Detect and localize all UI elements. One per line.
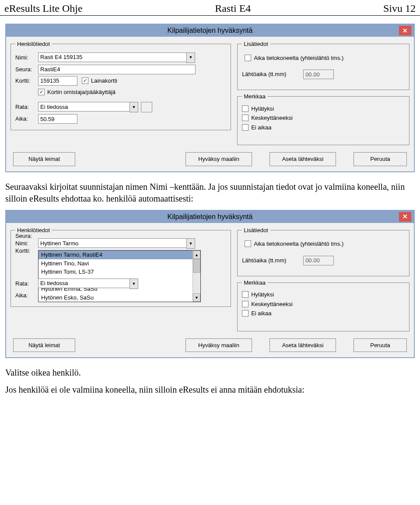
label-rata: Rata: [15, 280, 38, 288]
lahtoaika-input [303, 70, 334, 79]
paragraph-1: Seuraavaksi kirjoitat suunnistajan nimen… [5, 181, 415, 205]
checkbox-icon [242, 115, 248, 121]
button-bar: Näytä leimat Hyväksy maaliin Aseta lähte… [10, 334, 410, 353]
label-kortti: Kortti: [15, 247, 30, 255]
nimi-input[interactable] [38, 238, 186, 248]
aika-tk-checkbox[interactable]: Aika tietokoneelta (yhteislähtö tms.) [245, 240, 343, 248]
group-lisatiedot: Lisätiedot Aika tietokoneelta (yhteisläh… [237, 40, 410, 90]
label-lahtoaika: Lähtöaika (tt.mm) [242, 70, 303, 78]
header-right: Sivu 12 [383, 3, 416, 14]
checkbox-icon [245, 55, 251, 61]
legend-lisatiedot: Lisätiedot [242, 40, 270, 48]
header-left: eResults Lite Ohje [4, 3, 83, 14]
keskeyttaneeksi-checkbox[interactable]: Keskeyttäneeksi [242, 114, 405, 122]
aika-input[interactable] [38, 114, 77, 124]
label-lainakortti: Lainakortti [91, 77, 117, 85]
page-header: eResults Lite Ohje Rasti E4 Sivu 12 [0, 0, 420, 16]
ei-aikaa-checkbox[interactable]: Ei aikaa [242, 310, 405, 317]
seura-input[interactable] [38, 65, 196, 74]
rata-select[interactable] [38, 102, 130, 111]
rata-aux-button[interactable] [141, 102, 152, 112]
dialog-title-text: Kilpailijatietojen hyväksyntä [6, 212, 414, 222]
close-icon[interactable]: ✕ [399, 26, 411, 35]
checkbox-icon: ✓ [82, 77, 88, 84]
scroll-thumb[interactable] [193, 259, 200, 273]
label-keskeytt: Keskeyttäneeksi [251, 114, 293, 122]
dropdown-icon[interactable]: ▼ [130, 102, 138, 112]
kortti-input[interactable] [38, 76, 77, 86]
hyvaksy-maaliin-button[interactable]: Hyväksy maaliin [186, 338, 252, 352]
label-nimi: Nimi: [15, 240, 38, 247]
label-ei-aikaa: Ei aikaa [251, 124, 271, 132]
hyvaksy-maaliin-button[interactable]: Hyväksy maaliin [186, 152, 252, 166]
dialog-title-bar: Kilpailijatietojen hyväksyntä ✕ [6, 211, 414, 223]
checkbox-icon [242, 105, 248, 112]
dropdown-icon[interactable]: ▼ [130, 279, 138, 289]
aseta-lahtevaksi-button[interactable]: Aseta lähteväksi [270, 152, 336, 166]
label-kortin-omistaja: Kortin omistaja/pääkäyttäjä [47, 88, 116, 96]
hylatyksi-checkbox[interactable]: Hylätyksi [242, 291, 405, 299]
paragraph-3: Jos henkilöä ei ole valmiina koneella, n… [5, 384, 415, 396]
scroll-down-icon[interactable]: ▼ [193, 293, 200, 302]
label-hylatyksi: Hylätyksi [251, 291, 274, 299]
hylatyksi-checkbox[interactable]: Hylätyksi [242, 105, 405, 113]
dropdown-icon[interactable]: ▼ [186, 238, 195, 249]
label-nimi: Nimi: [15, 54, 38, 62]
checkbox-icon [242, 310, 248, 317]
label-aika: Aika: [15, 292, 38, 300]
checkbox-icon [242, 124, 248, 131]
checkbox-icon: ✓ [38, 89, 45, 95]
paragraph-2: Valitse oikea henkilö. [5, 367, 415, 379]
scroll-up-icon[interactable]: ▲ [193, 251, 200, 259]
dropdown-item[interactable]: Hyttinen Tino, Navi [38, 259, 200, 268]
group-henkilotiedot: Henkilötiedot Nimi: ▼ Hyttinen Tarmo, Ra… [10, 226, 231, 307]
label-aika-tk: Aika tietokoneelta (yhteislähtö tms.) [254, 54, 343, 62]
group-merkkaa: Merkkaa Hylätyksi Keskeyttäneeksi Ei aik… [237, 279, 410, 331]
nimi-input[interactable] [38, 52, 186, 62]
nayta-leimat-button[interactable]: Näytä leimat [13, 338, 75, 352]
checkbox-icon [245, 240, 251, 247]
label-kortti: Kortti: [15, 77, 38, 85]
label-aika-tk: Aika tietokoneelta (yhteislähtö tms.) [254, 240, 343, 248]
label-aika: Aika: [15, 115, 38, 123]
dialog-1: Kilpailijatietojen hyväksyntä ✕ Henkilöt… [5, 24, 415, 172]
group-merkkaa: Merkkaa Hylätyksi Keskeyttäneeksi Ei aik… [237, 93, 410, 145]
keskeyttaneeksi-checkbox[interactable]: Keskeyttäneeksi [242, 300, 405, 308]
kortin-omistaja-checkbox[interactable]: ✓ Kortin omistaja/pääkäyttäjä [38, 88, 116, 96]
ei-aikaa-checkbox[interactable]: Ei aikaa [242, 124, 405, 132]
checkbox-icon [242, 291, 248, 298]
label-ei-aikaa: Ei aikaa [251, 310, 271, 317]
legend-henkilotiedot: Henkilötiedot [15, 40, 52, 48]
rata-select[interactable] [38, 279, 130, 288]
label-keskeytt: Keskeyttäneeksi [251, 300, 293, 308]
label-seura: Seura: [15, 232, 32, 240]
group-henkilotiedot: Henkilötiedot Nimi: ▼ Seura: Kortti: [10, 40, 231, 130]
nayta-leimat-button[interactable]: Näytä leimat [13, 152, 75, 166]
button-bar: Näytä leimat Hyväksy maaliin Aseta lähte… [10, 148, 410, 167]
header-center: Rasti E4 [215, 3, 251, 14]
dropdown-item[interactable]: Hyttinen Tomi, LS-37 [38, 268, 200, 276]
dialog-2: Kilpailijatietojen hyväksyntä ✕ Henkilöt… [5, 210, 415, 359]
lainakortti-checkbox[interactable]: ✓ Lainakortti [82, 77, 117, 85]
legend-merkkaa: Merkkaa [242, 93, 267, 101]
dialog-title-text: Kilpailijatietojen hyväksyntä [6, 26, 414, 35]
nimi-dropdown-list[interactable]: Hyttinen Tarmo, RastiE4 Hyttinen Tino, N… [38, 250, 201, 302]
legend-lisatiedot: Lisätiedot [242, 226, 270, 234]
group-lisatiedot: Lisätiedot Aika tietokoneelta (yhteisläh… [237, 226, 410, 276]
legend-merkkaa: Merkkaa [242, 279, 267, 287]
aseta-lahtevaksi-button[interactable]: Aseta lähteväksi [270, 338, 336, 352]
peruuta-button[interactable]: Peruuta [354, 338, 407, 352]
dialog-title-bar: Kilpailijatietojen hyväksyntä ✕ [6, 24, 414, 37]
dropdown-icon[interactable]: ▼ [186, 52, 195, 63]
label-lahtoaika: Lähtöaika (tt.mm) [242, 257, 303, 265]
close-icon[interactable]: ✕ [399, 212, 411, 222]
dropdown-item[interactable]: Hyttinen Tarmo, RastiE4 [38, 251, 200, 259]
scrollbar[interactable]: ▲ ▼ [192, 251, 200, 302]
label-hylatyksi: Hylätyksi [251, 105, 274, 113]
label-seura: Seura: [15, 66, 38, 73]
dropdown-item[interactable]: Hytönen Esko, SaSu [38, 293, 200, 302]
aika-tk-checkbox[interactable]: Aika tietokoneelta (yhteislähtö tms.) [245, 54, 343, 62]
peruuta-button[interactable]: Peruuta [354, 152, 407, 166]
label-rata: Rata: [15, 103, 38, 111]
lahtoaika-input [303, 256, 334, 265]
